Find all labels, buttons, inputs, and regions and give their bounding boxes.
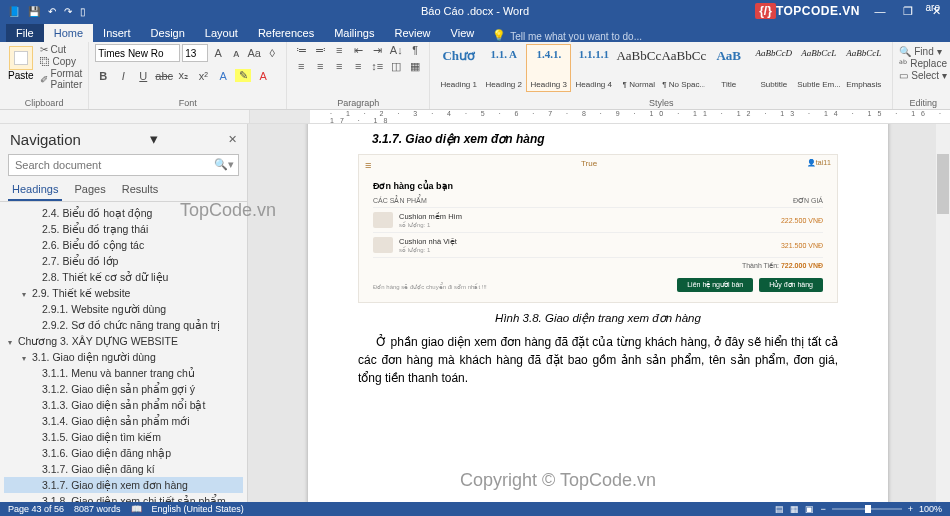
shading-icon[interactable]: ◫ <box>388 60 404 73</box>
nav-item[interactable]: 3.1. Giao diện người dùng <box>4 349 243 365</box>
qat-save-icon[interactable]: 💾 <box>28 6 40 17</box>
sort-icon[interactable]: A↓ <box>388 44 404 57</box>
find-button[interactable]: 🔍Find ▾ <box>899 46 941 57</box>
nav-tab-headings[interactable]: Headings <box>8 180 62 201</box>
replace-button[interactable]: ᵃᵇReplace <box>899 58 947 69</box>
qat-undo-icon[interactable]: ↶ <box>48 6 56 17</box>
underline-button[interactable]: U <box>135 70 151 82</box>
search-icon[interactable]: 🔍▾ <box>214 158 234 171</box>
nav-item[interactable]: 3.1.7. Giao diện đăng kí <box>4 461 243 477</box>
nav-tab-pages[interactable]: Pages <box>70 180 109 201</box>
grow-font-icon[interactable]: A <box>210 47 226 59</box>
paste-button[interactable]: Paste <box>6 44 36 83</box>
tell-me-search[interactable]: Tell me what you want to do... <box>510 31 642 42</box>
change-case-icon[interactable]: Aa <box>246 47 262 59</box>
nav-item[interactable]: 3.1.4. Giao diện sản phẩm mới <box>4 413 243 429</box>
superscript-button[interactable]: x² <box>195 70 211 82</box>
tab-review[interactable]: Review <box>385 24 441 42</box>
shrink-font-icon[interactable]: ᴀ <box>228 47 244 60</box>
nav-item[interactable]: 3.1.3. Giao diện sản phẩm nổi bật <box>4 397 243 413</box>
nav-tab-results[interactable]: Results <box>118 180 163 201</box>
nav-item[interactable]: 2.6. Biểu đồ cộng tác <box>4 237 243 253</box>
line-spacing-icon[interactable]: ↕≡ <box>369 60 385 73</box>
nav-item[interactable]: 2.8. Thiết kế cơ sở dữ liệu <box>4 269 243 285</box>
clear-format-icon[interactable]: ◊ <box>264 47 280 59</box>
multilevel-icon[interactable]: ≡ <box>331 44 347 57</box>
style-item[interactable]: AaBbCcLSubtle Em... <box>796 44 841 92</box>
word-count[interactable]: 8087 words <box>74 504 121 514</box>
select-button[interactable]: ▭Select ▾ <box>899 70 947 81</box>
highlight-icon[interactable]: ✎ <box>235 69 251 82</box>
minimize-button[interactable]: — <box>866 0 894 22</box>
print-layout-icon[interactable]: ▦ <box>790 504 799 514</box>
nav-item[interactable]: 2.9. Thiết kế website <box>4 285 243 301</box>
align-center-icon[interactable]: ≡ <box>312 60 328 73</box>
qat-touch-icon[interactable]: ▯ <box>80 6 86 17</box>
dec-indent-icon[interactable]: ⇤ <box>350 44 366 57</box>
nav-search-input[interactable] <box>8 154 239 176</box>
read-mode-icon[interactable]: ▤ <box>775 504 784 514</box>
subscript-button[interactable]: x₂ <box>175 69 191 82</box>
style-item[interactable]: AaBbCcDSubtitle <box>751 44 796 92</box>
font-size-select[interactable] <box>182 44 208 62</box>
restore-button[interactable]: ❐ <box>894 0 922 22</box>
style-item[interactable]: 1.1. AHeading 2 <box>481 44 526 92</box>
nav-item[interactable]: 3.1.8. Giao diện xem chi tiết sản phẩm <box>4 493 243 502</box>
language-indicator[interactable]: English (United States) <box>152 504 244 514</box>
nav-item[interactable]: 3.1.6. Giao diện đăng nhập <box>4 445 243 461</box>
style-item[interactable]: AaBTitle <box>706 44 751 92</box>
tab-file[interactable]: File <box>6 24 44 42</box>
nav-item[interactable]: 3.1.2. Giao diện sản phẩm gợi ý <box>4 381 243 397</box>
nav-item[interactable]: 2.5. Biểu đồ trạng thái <box>4 221 243 237</box>
show-marks-icon[interactable]: ¶ <box>407 44 423 57</box>
borders-icon[interactable]: ▦ <box>407 60 423 73</box>
tab-home[interactable]: Home <box>44 24 93 42</box>
nav-tree[interactable]: 2.4. Biểu đồ hoạt động2.5. Biểu đồ trạng… <box>0 202 247 502</box>
web-layout-icon[interactable]: ▣ <box>805 504 814 514</box>
vertical-scrollbar[interactable] <box>936 124 950 502</box>
styles-gallery[interactable]: ChươHeading 11.1. AHeading 21.4.1.Headin… <box>436 44 886 97</box>
nav-close-icon[interactable]: ✕ <box>228 133 237 146</box>
bullets-icon[interactable]: ≔ <box>293 44 309 57</box>
nav-item[interactable]: 2.4. Biểu đồ hoạt động <box>4 205 243 221</box>
justify-icon[interactable]: ≡ <box>350 60 366 73</box>
document-area[interactable]: 3.1.7. Giao diện xem đơn hàng ≡ True 👤ta… <box>248 124 950 502</box>
qat-redo-icon[interactable]: ↷ <box>64 6 72 17</box>
font-family-select[interactable] <box>95 44 180 62</box>
nav-item[interactable]: 3.1.1. Menu và banner trang chủ <box>4 365 243 381</box>
format-painter-button[interactable]: ✐Format Painter <box>40 68 83 90</box>
page-indicator[interactable]: Page 43 of 56 <box>8 504 64 514</box>
tab-view[interactable]: View <box>441 24 485 42</box>
nav-dropdown-icon[interactable]: ▾ <box>150 130 158 148</box>
spell-check-icon[interactable]: 📖 <box>131 504 142 514</box>
zoom-level[interactable]: 100% <box>919 504 942 514</box>
font-color-icon[interactable]: A <box>255 70 271 82</box>
tab-design[interactable]: Design <box>141 24 195 42</box>
nav-item[interactable]: 3.1.7. Giao diện xem đơn hàng <box>4 477 243 493</box>
align-left-icon[interactable]: ≡ <box>293 60 309 73</box>
tab-insert[interactable]: Insert <box>93 24 141 42</box>
cut-button[interactable]: ✂Cut <box>40 44 83 55</box>
style-item[interactable]: 1.4.1.Heading 3 <box>526 44 571 92</box>
nav-item[interactable]: 3.1.5. Giao diện tìm kiếm <box>4 429 243 445</box>
tab-references[interactable]: References <box>248 24 324 42</box>
style-item[interactable]: AaBbCcLEmphasis <box>841 44 886 92</box>
bold-button[interactable]: B <box>95 70 111 82</box>
zoom-slider[interactable] <box>832 508 902 510</box>
tab-mailings[interactable]: Mailings <box>324 24 384 42</box>
copy-button[interactable]: ⿻Copy <box>40 56 83 67</box>
share-button[interactable]: are <box>926 2 940 13</box>
style-item[interactable]: ChươHeading 1 <box>436 44 481 92</box>
inc-indent-icon[interactable]: ⇥ <box>369 44 385 57</box>
text-effects-icon[interactable]: A <box>215 70 231 82</box>
italic-button[interactable]: I <box>115 70 131 82</box>
zoom-in-icon[interactable]: + <box>908 504 913 514</box>
align-right-icon[interactable]: ≡ <box>331 60 347 73</box>
style-item[interactable]: AaBbCc¶ No Spac... <box>661 44 706 92</box>
zoom-out-icon[interactable]: − <box>820 504 825 514</box>
style-item[interactable]: 1.1.1.1Heading 4 <box>571 44 616 92</box>
nav-item[interactable]: Chương 3. XÂY DỰNG WEBSITE <box>4 333 243 349</box>
strike-button[interactable]: abc <box>155 70 171 82</box>
style-item[interactable]: AaBbCc¶ Normal <box>616 44 661 92</box>
nav-item[interactable]: 2.7. Biểu đồ lớp <box>4 253 243 269</box>
